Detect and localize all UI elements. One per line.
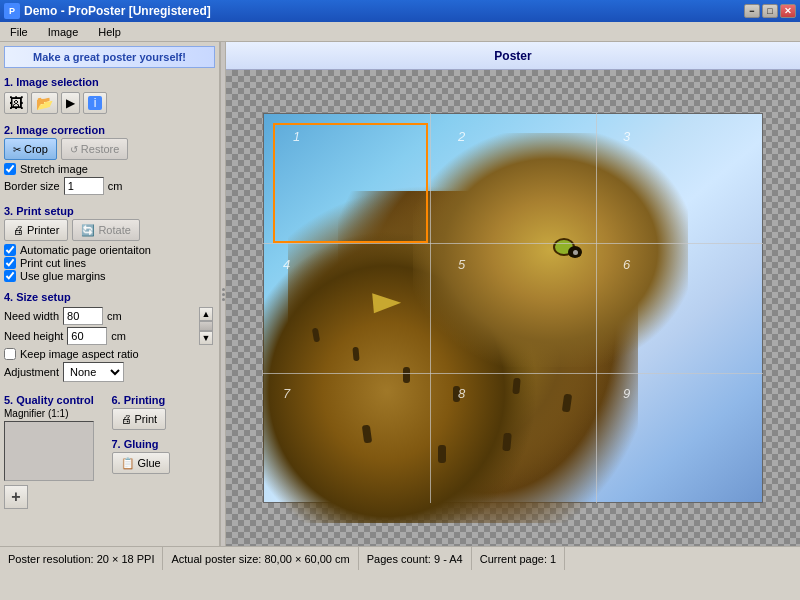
- load-image-button[interactable]: 🖼: [4, 92, 28, 114]
- status-current-page: Current page: 1: [472, 547, 565, 570]
- status-bar: Poster resolution: 20 × 18 PPI Actual po…: [0, 546, 800, 570]
- hawk-head: [413, 133, 688, 367]
- crop-icon: ✂: [13, 144, 21, 155]
- image-icon: 🖼: [9, 95, 23, 111]
- print-icon: 🖨: [121, 413, 132, 425]
- load-folder-button[interactable]: 📂: [31, 92, 58, 114]
- glue-button[interactable]: 📋 Glue: [112, 452, 170, 474]
- page-num-9: 9: [623, 386, 630, 401]
- status-actual-size: Actual poster size: 80,00 × 60,00 cm: [163, 547, 358, 570]
- adjustment-label: Adjustment: [4, 366, 59, 378]
- width-input[interactable]: [63, 307, 103, 325]
- status-pages-count: Pages count: 9 - A4: [359, 547, 472, 570]
- scroll-down-arrow[interactable]: ▼: [199, 331, 213, 345]
- menu-file[interactable]: File: [4, 24, 34, 40]
- adjustment-select[interactable]: None Fit Fill Stretch: [63, 362, 124, 382]
- minimize-button[interactable]: −: [744, 4, 760, 18]
- height-input[interactable]: [67, 327, 107, 345]
- width-unit: cm: [107, 310, 122, 322]
- poster-header: Poster: [226, 42, 800, 70]
- magnifier-box: [4, 421, 94, 481]
- crop-button[interactable]: ✂ Crop: [4, 138, 57, 160]
- magnifier-label: Magnifier (1:1): [4, 408, 108, 419]
- auto-orient-label: Automatic page orientaiton: [20, 244, 151, 256]
- promo-banner: Make a great poster yourself!: [4, 46, 215, 68]
- use-glue-checkbox[interactable]: [4, 270, 16, 282]
- title-controls: − □ ✕: [744, 4, 796, 18]
- printer-icon: 🖨: [13, 224, 24, 236]
- folder-icon: 📂: [36, 95, 53, 111]
- width-row: Need width cm: [4, 307, 195, 325]
- close-button[interactable]: ✕: [780, 4, 796, 18]
- page-num-8: 8: [458, 386, 465, 401]
- window-title: Demo - ProPoster [Unregistered]: [24, 4, 211, 18]
- poster-image-area: 1 2 3 4 5 6 7 8 9: [263, 113, 763, 503]
- stretch-checkbox[interactable]: [4, 163, 16, 175]
- section-image-correction-header: 2. Image correction: [4, 124, 215, 136]
- section-gluing-header: 7. Gluing: [112, 438, 216, 450]
- section-image-selection-header: 1. Image selection: [4, 76, 215, 88]
- page-num-4: 4: [283, 257, 290, 272]
- menu-bar: File Image Help: [0, 22, 800, 42]
- section-printing-header: 6. Printing: [112, 394, 216, 406]
- border-size-row: Border size cm: [4, 177, 215, 195]
- status-resolution: Poster resolution: 20 × 18 PPI: [0, 547, 163, 570]
- stretch-label: Stretch image: [20, 163, 88, 175]
- adjustment-row: Adjustment None Fit Fill Stretch: [4, 362, 215, 382]
- rotate-button[interactable]: 🔄 Rotate: [72, 219, 139, 241]
- print-cut-row: Print cut lines: [4, 257, 215, 269]
- hawk-feather-8: [438, 445, 446, 463]
- keep-aspect-row: Keep image aspect ratio: [4, 348, 215, 360]
- print-cut-label: Print cut lines: [20, 257, 86, 269]
- hawk-beak: [372, 291, 402, 313]
- right-panel: Poster: [226, 42, 800, 546]
- stretch-image-row: Stretch image: [4, 163, 215, 175]
- app-icon: P: [4, 3, 20, 19]
- page-num-1: 1: [293, 129, 300, 144]
- maximize-button[interactable]: □: [762, 4, 778, 18]
- menu-image[interactable]: Image: [42, 24, 85, 40]
- border-size-label: Border size: [4, 180, 60, 192]
- next-button[interactable]: ▶: [61, 92, 80, 114]
- info-button[interactable]: i: [83, 92, 107, 114]
- printer-button[interactable]: 🖨 Printer: [4, 219, 68, 241]
- height-unit: cm: [111, 330, 126, 342]
- add-button[interactable]: +: [4, 485, 28, 509]
- hawk-feather-5: [512, 378, 520, 395]
- page-num-3: 3: [623, 129, 630, 144]
- title-bar: P Demo - ProPoster [Unregistered] − □ ✕: [0, 0, 800, 22]
- hawk-feather-2: [352, 347, 359, 361]
- auto-orient-row: Automatic page orientaiton: [4, 244, 215, 256]
- section-print-setup-header: 3. Print setup: [4, 205, 215, 217]
- keep-aspect-label: Keep image aspect ratio: [20, 348, 139, 360]
- use-glue-label: Use glue margins: [20, 270, 106, 282]
- use-glue-row: Use glue margins: [4, 270, 215, 282]
- info-icon: i: [88, 96, 102, 110]
- scroll-up-arrow[interactable]: ▲: [199, 307, 213, 321]
- height-label: Need height: [4, 330, 63, 342]
- print-cut-checkbox[interactable]: [4, 257, 16, 269]
- poster-canvas: 1 2 3 4 5 6 7 8 9: [226, 70, 800, 546]
- hawk-feather-9: [502, 432, 512, 451]
- print-button[interactable]: 🖨 Print: [112, 408, 167, 430]
- hawk-feather-3: [403, 367, 410, 383]
- border-size-unit: cm: [108, 180, 123, 192]
- page-num-2: 2: [458, 129, 465, 144]
- glue-icon: 📋: [121, 457, 135, 470]
- page-num-5: 5: [458, 257, 465, 272]
- image-selection-buttons: 🖼 📂 ▶ i: [4, 92, 215, 114]
- section-quality-header: 5. Quality control: [4, 394, 108, 406]
- rotate-icon: 🔄: [81, 224, 95, 237]
- page-num-7: 7: [283, 386, 290, 401]
- height-row: Need height cm: [4, 327, 195, 345]
- left-panel: Make a great poster yourself! 1. Image s…: [0, 42, 220, 546]
- menu-help[interactable]: Help: [92, 24, 127, 40]
- border-size-input[interactable]: [64, 177, 104, 195]
- restore-icon: ↺: [70, 144, 78, 155]
- auto-orient-checkbox[interactable]: [4, 244, 16, 256]
- width-label: Need width: [4, 310, 59, 322]
- keep-aspect-checkbox[interactable]: [4, 348, 16, 360]
- restore-button[interactable]: ↺ Restore: [61, 138, 129, 160]
- hawk-eye-highlight: [573, 250, 578, 255]
- page-num-6: 6: [623, 257, 630, 272]
